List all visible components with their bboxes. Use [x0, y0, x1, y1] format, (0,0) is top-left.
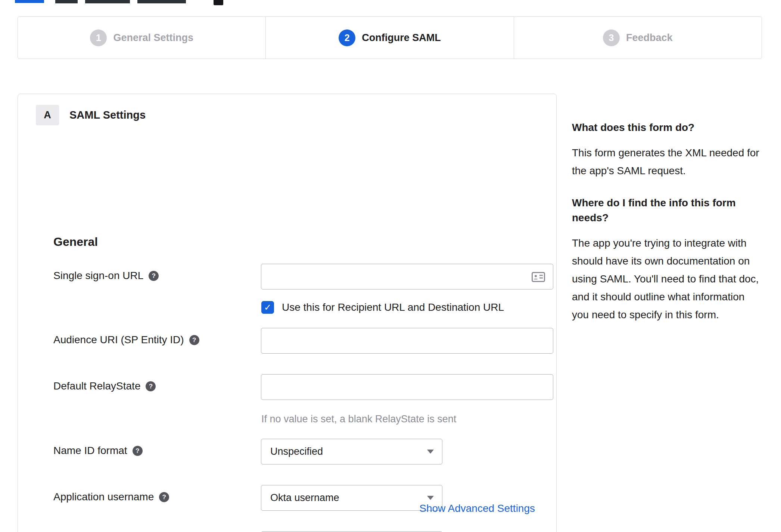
application-username-label: Application username: [53, 491, 154, 503]
chevron-down-icon: [427, 496, 434, 500]
page-header-clipped: [0, 0, 781, 6]
relaystate-label: Default RelayState: [53, 380, 140, 392]
sso-url-label: Single sign-on URL: [53, 270, 143, 282]
help-icon[interactable]: ?: [149, 271, 159, 281]
relaystate-helper-text: If no value is set, a blank RelayState i…: [261, 413, 456, 425]
help-question-2: Where do I find the info this form needs…: [572, 195, 764, 225]
help-sidebar: What does this form do? This form genera…: [572, 120, 764, 339]
step-number-badge: 2: [339, 29, 355, 46]
step-number-badge: 3: [603, 29, 620, 46]
nameid-format-label: Name ID format: [53, 445, 127, 457]
header-fragment-text: [85, 0, 130, 3]
step-general-settings[interactable]: 1 General Settings: [18, 17, 265, 59]
application-username-selected-value: Okta username: [270, 492, 339, 504]
show-advanced-settings-link[interactable]: Show Advanced Settings: [419, 503, 535, 514]
nameid-format-selected-value: Unspecified: [270, 446, 323, 457]
sso-url-input[interactable]: [261, 264, 553, 290]
section-a-badge: A: [36, 105, 59, 125]
help-question-1: What does this form do?: [572, 120, 764, 135]
header-fragment-text: [55, 0, 78, 3]
wizard-stepper: 1 General Settings 2 Configure SAML 3 Fe…: [18, 16, 762, 59]
step-configure-saml[interactable]: 2 Configure SAML: [265, 17, 513, 59]
header-fragment-text: [137, 0, 186, 3]
recipient-url-checkbox[interactable]: ✓: [261, 301, 274, 314]
chevron-down-icon: [427, 450, 434, 454]
step-feedback[interactable]: 3 Feedback: [514, 17, 762, 59]
help-answer-1: This form generates the XML needed for t…: [572, 144, 764, 180]
help-icon[interactable]: ?: [159, 492, 169, 502]
help-answer-2: The app you're trying to integrate with …: [572, 234, 764, 324]
saml-settings-panel: A SAML Settings General Single sign-on U…: [18, 94, 557, 532]
help-icon[interactable]: ?: [146, 381, 156, 391]
recipient-url-checkbox-label[interactable]: Use this for Recipient URL and Destinati…: [282, 301, 504, 313]
step-number-badge: 1: [90, 29, 107, 46]
help-icon[interactable]: ?: [133, 446, 143, 456]
panel-title: SAML Settings: [69, 109, 146, 121]
contact-card-icon: [532, 272, 545, 282]
audience-uri-input[interactable]: [261, 328, 553, 354]
header-fragment-blue: [15, 0, 44, 3]
nameid-format-select[interactable]: Unspecified: [261, 439, 442, 464]
step-label: Feedback: [626, 32, 673, 44]
step-label: Configure SAML: [362, 32, 441, 44]
general-section-heading: General: [53, 235, 98, 249]
header-fragment-icon: [214, 0, 223, 5]
help-icon[interactable]: ?: [189, 335, 199, 345]
audience-uri-label: Audience URI (SP Entity ID): [53, 334, 184, 346]
relaystate-input[interactable]: [261, 374, 553, 400]
step-label: General Settings: [113, 32, 193, 44]
